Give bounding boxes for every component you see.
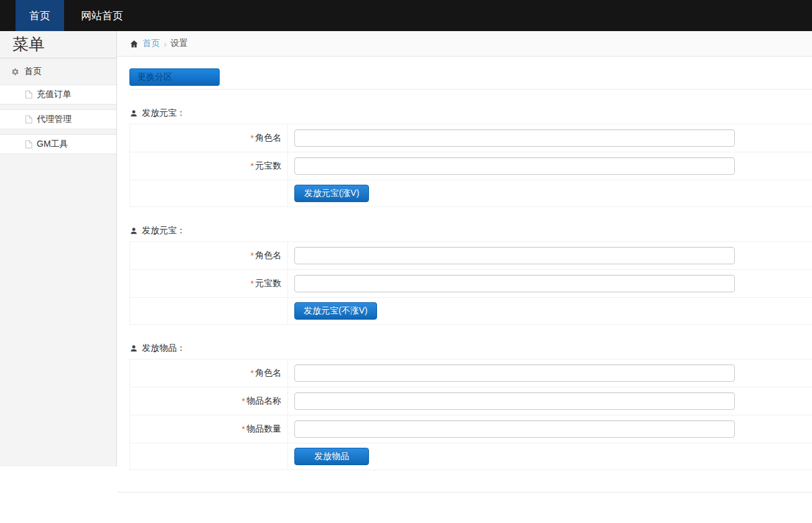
form-row-yuanbao-amount: * 元宝数 [130, 152, 812, 180]
file-icon [25, 115, 32, 124]
content: 更换分区 发放元宝： * 角色名 [117, 57, 812, 470]
form-row-submit: 发放元宝(不涨V) [130, 298, 812, 325]
sidebar-item-home-label: 首页 [24, 66, 42, 77]
section-grant-yuanbao-noup: 发放元宝： * 角色名 * [129, 225, 812, 325]
top-navbar: 首页 网站首页 [0, 0, 812, 31]
sidebar-item-agent-management[interactable]: 代理管理 [0, 109, 116, 129]
sidebar-item-label: GM工具 [37, 139, 68, 150]
section-title: 发放物品： [142, 343, 185, 354]
file-icon [25, 140, 32, 149]
required-mark: * [251, 368, 254, 378]
form-row-submit: 发放物品 [130, 443, 812, 470]
breadcrumb-current: 设置 [170, 38, 188, 49]
section-title: 发放元宝： [142, 225, 185, 236]
form-row-item-quantity: * 物品数量 [130, 415, 812, 443]
field-label: 角色名 [255, 250, 281, 261]
grant-items-button[interactable]: 发放物品 [294, 448, 369, 465]
required-mark: * [251, 279, 254, 289]
required-mark: * [242, 396, 245, 406]
nav-tab-site-home[interactable]: 网站首页 [67, 0, 137, 31]
nav-tab-site-home-label: 网站首页 [81, 9, 123, 23]
item-name-input[interactable] [294, 392, 735, 410]
field-label: 角色名 [255, 132, 281, 144]
section-grant-items: 发放物品： * 角色名 * [129, 343, 812, 470]
form-table: * 角色名 * 物品名称 [129, 359, 812, 470]
form-row-submit: 发放元宝(涨V) [130, 180, 812, 207]
file-icon [25, 90, 32, 99]
field-label: 元宝数 [255, 278, 281, 289]
footer-divider [117, 492, 812, 493]
sidebar-item-gm-tools[interactable]: GM工具 [0, 134, 116, 154]
breadcrumb-separator: › [164, 39, 167, 49]
person-icon [129, 226, 138, 235]
breadcrumb-home-link[interactable]: 首页 [142, 38, 160, 49]
form-table: * 角色名 * 元宝数 [129, 241, 812, 325]
form-row-role-name: * 角色名 [130, 242, 812, 270]
role-name-input[interactable] [294, 247, 735, 264]
section-header: 发放元宝： [129, 108, 812, 119]
sidebar-item-label: 代理管理 [37, 114, 72, 125]
gear-icon [11, 68, 19, 76]
section-grant-yuanbao-up: 发放元宝： * 角色名 * [129, 108, 812, 207]
grant-yuanbao-noup-button[interactable]: 发放元宝(不涨V) [294, 302, 377, 320]
required-mark: * [251, 251, 254, 261]
role-name-input[interactable] [294, 129, 735, 147]
form-row-role-name: * 角色名 [130, 359, 812, 387]
role-name-input[interactable] [294, 364, 735, 382]
section-header: 发放物品： [129, 343, 812, 354]
form-table: * 角色名 * 元宝数 [129, 124, 812, 207]
required-mark: * [251, 133, 254, 143]
field-label: 物品名称 [246, 396, 281, 407]
person-icon [129, 109, 138, 118]
field-label: 角色名 [255, 368, 281, 379]
sidebar-item-home[interactable]: 首页 [0, 58, 116, 85]
required-mark: * [242, 424, 245, 434]
change-zone-button[interactable]: 更换分区 [129, 68, 220, 86]
nav-tab-home-label: 首页 [29, 9, 50, 23]
sidebar: 菜单 首页 充值订单 代理管理 GM工具 [0, 31, 117, 466]
required-mark: * [251, 161, 254, 171]
yuanbao-amount-input[interactable] [294, 275, 735, 292]
field-label: 元宝数 [255, 160, 281, 172]
field-label: 物品数量 [246, 423, 281, 435]
toolbar: 更换分区 [129, 68, 812, 90]
home-icon [129, 39, 139, 49]
form-row-yuanbao-amount: * 元宝数 [130, 270, 812, 298]
grant-yuanbao-up-button[interactable]: 发放元宝(涨V) [294, 185, 369, 202]
yuanbao-amount-input[interactable] [294, 157, 735, 175]
sidebar-item-label: 充值订单 [37, 89, 72, 100]
section-title: 发放元宝： [142, 108, 185, 119]
item-quantity-input[interactable] [294, 420, 735, 438]
sidebar-title: 菜单 [0, 31, 116, 58]
nav-tab-home[interactable]: 首页 [16, 0, 64, 31]
breadcrumb: 首页 › 设置 [117, 31, 812, 57]
section-header: 发放元宝： [129, 225, 812, 236]
person-icon [129, 344, 138, 353]
main-area: 首页 › 设置 更换分区 发放元宝： * [117, 31, 812, 493]
form-row-role-name: * 角色名 [130, 124, 812, 152]
sidebar-item-recharge-orders[interactable]: 充值订单 [0, 85, 116, 104]
form-row-item-name: * 物品名称 [130, 387, 812, 415]
